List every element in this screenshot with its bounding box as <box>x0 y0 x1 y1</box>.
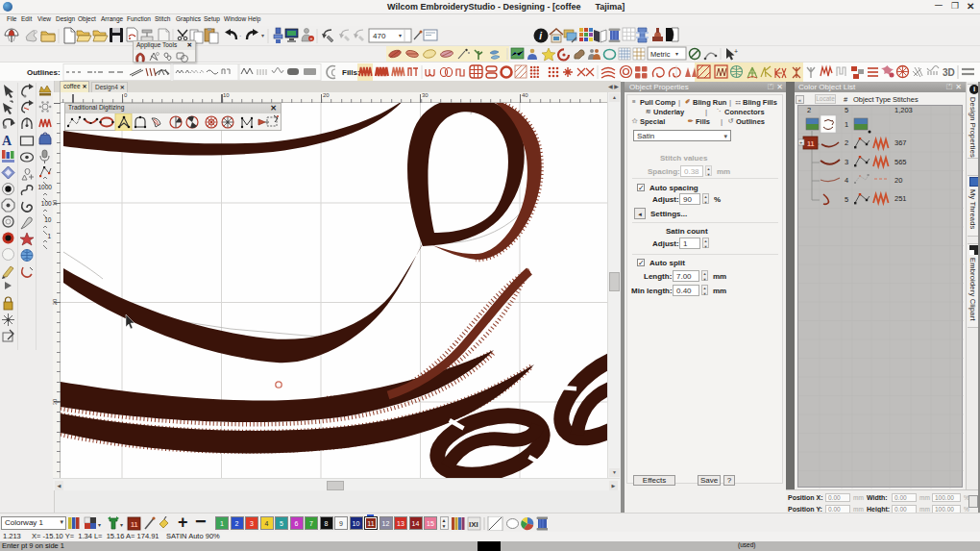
svg-text:3D: 3D <box>943 67 955 78</box>
svg-text:1: 1 <box>48 233 52 239</box>
svg-text:+: + <box>734 48 738 55</box>
svg-text:367: 367 <box>894 138 907 147</box>
svg-text:▾: ▾ <box>675 51 678 57</box>
svg-text:+: + <box>310 36 313 41</box>
svg-text:Outlines:: Outlines: <box>27 68 61 77</box>
svg-text:470: 470 <box>373 32 386 40</box>
svg-text:▾: ▾ <box>261 33 264 38</box>
svg-text:·: · <box>239 33 241 39</box>
svg-text:i: i <box>539 31 542 41</box>
svg-text:IXI: IXI <box>469 520 478 529</box>
svg-text:251: 251 <box>894 194 907 203</box>
svg-text:10: 10 <box>44 216 52 223</box>
svg-text:2: 2 <box>807 106 811 114</box>
svg-text:100: 100 <box>41 200 52 207</box>
svg-text:▾: ▾ <box>120 522 123 528</box>
svg-text:2: 2 <box>845 138 848 147</box>
svg-text:+: + <box>799 139 803 145</box>
svg-text:Metric: Metric <box>650 50 671 59</box>
svg-text:20: 20 <box>894 176 902 185</box>
svg-text:Fills:: Fills: <box>342 68 360 77</box>
svg-text:5: 5 <box>845 106 848 114</box>
svg-text:A: A <box>2 134 12 148</box>
svg-text:1,203: 1,203 <box>894 106 913 114</box>
svg-text:▾: ▾ <box>98 522 101 528</box>
svg-text:3: 3 <box>845 158 848 166</box>
svg-text:▾: ▾ <box>399 33 402 38</box>
svg-text:4: 4 <box>845 176 848 185</box>
svg-text:11: 11 <box>807 140 815 147</box>
svg-text:5: 5 <box>845 195 848 204</box>
svg-text:1000: 1000 <box>37 184 52 190</box>
svg-text:1: 1 <box>845 120 848 129</box>
svg-text:11: 11 <box>131 521 138 528</box>
svg-text:565: 565 <box>894 158 907 166</box>
